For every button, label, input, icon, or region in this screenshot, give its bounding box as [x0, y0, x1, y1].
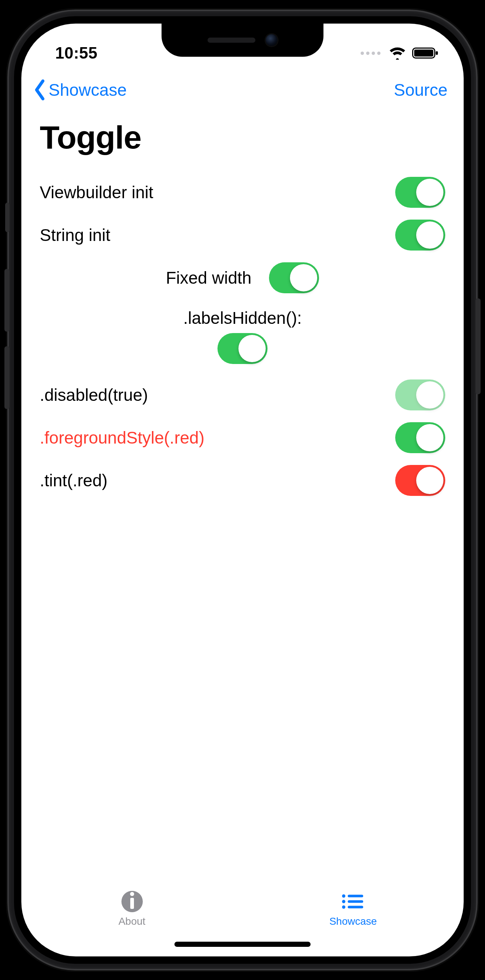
status-time: 10:55	[55, 44, 98, 62]
info-circle-icon	[119, 891, 145, 913]
toggle-viewbuilder[interactable]	[395, 177, 445, 208]
toggle-disabled	[395, 379, 445, 410]
svg-rect-2	[436, 51, 438, 55]
status-right	[361, 46, 439, 60]
svg-rect-4	[348, 895, 363, 897]
svg-rect-6	[348, 900, 363, 903]
svg-point-7	[342, 905, 345, 909]
content: Viewbuilder init String init Fixed width…	[21, 169, 464, 883]
row-viewbuilder-init: Viewbuilder init	[40, 171, 445, 214]
power-button	[475, 298, 480, 394]
row-string-init: String init	[40, 214, 445, 256]
back-label: Showcase	[49, 80, 127, 100]
toggle-foreground-style[interactable]	[395, 422, 445, 453]
notch	[162, 24, 323, 57]
toggle-string[interactable]	[395, 220, 445, 251]
row-disabled: .disabled(true)	[40, 374, 445, 416]
phone-body: 10:55	[9, 11, 476, 969]
svg-point-3	[342, 894, 345, 898]
chevron-left-icon	[32, 79, 48, 100]
cellular-dots-icon	[361, 52, 380, 55]
list-bullet-icon	[340, 891, 366, 913]
battery-icon	[412, 46, 439, 60]
row-tint: .tint(.red)	[40, 459, 445, 502]
source-button[interactable]: Source	[394, 80, 447, 100]
svg-rect-8	[348, 906, 363, 908]
labels-hidden-caption: .labelsHidden():	[40, 299, 445, 332]
row-labels-hidden	[40, 332, 445, 374]
screen: 10:55	[21, 24, 464, 956]
front-camera	[266, 34, 277, 46]
speaker-grille	[208, 38, 255, 43]
mute-switch	[5, 203, 10, 232]
row-foreground-style: .foregroundStyle(.red)	[40, 416, 445, 459]
image-stage: 10:55	[0, 0, 485, 980]
svg-rect-1	[414, 50, 433, 57]
tab-label: Showcase	[329, 916, 377, 928]
navigation-bar: Showcase Source	[21, 72, 464, 108]
row-fixed-width: Fixed width	[40, 256, 445, 299]
svg-point-5	[342, 900, 345, 904]
volume-down-button	[5, 346, 10, 409]
row-label: .disabled(true)	[40, 385, 148, 405]
row-label: Fixed width	[166, 268, 252, 288]
home-indicator[interactable]	[174, 942, 311, 947]
toggle-tint[interactable]	[395, 465, 445, 496]
row-label: .foregroundStyle(.red)	[40, 428, 204, 448]
back-button[interactable]: Showcase	[32, 79, 127, 100]
toggle-fixed-width[interactable]	[269, 262, 319, 293]
row-label: Viewbuilder init	[40, 182, 154, 202]
volume-up-button	[5, 269, 10, 332]
wifi-icon	[388, 46, 406, 60]
toggle-labels-hidden[interactable]	[217, 333, 268, 364]
tab-label: About	[119, 916, 145, 928]
page-title: Toggle	[21, 108, 464, 169]
row-label: String init	[40, 225, 110, 245]
row-label: .tint(.red)	[40, 471, 108, 490]
